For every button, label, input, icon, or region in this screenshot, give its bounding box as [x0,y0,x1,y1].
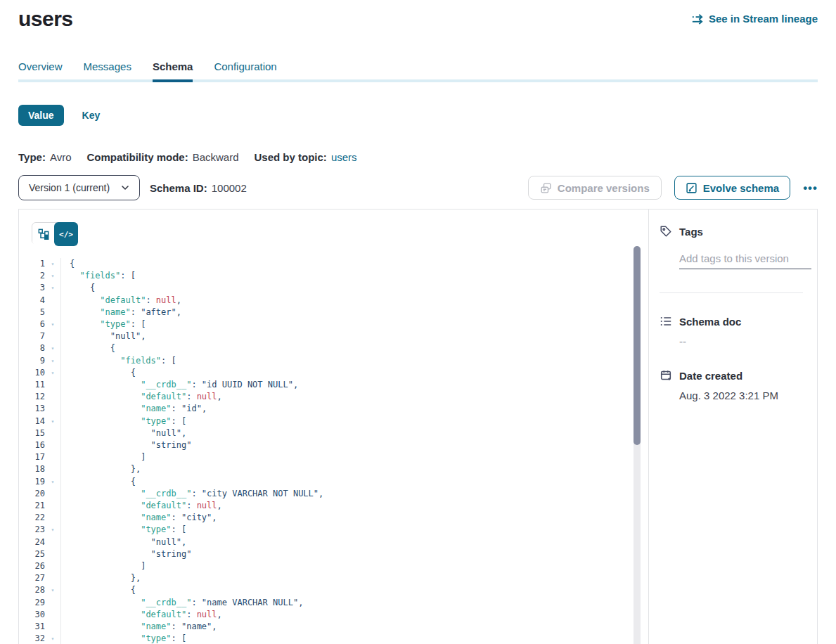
code-line-text: "name": "after", [60,307,648,318]
line-number: 21 [19,500,45,512]
code-line-text: { [60,476,648,488]
line-number: 8 [19,342,45,354]
code-line: 9▾ "fields": [ [19,355,648,367]
tags-section-header: Tags [660,225,803,238]
tab-configuration[interactable]: Configuration [214,60,276,82]
code-line: 2▾ "fields": [ [19,270,648,282]
code-line-text: "type": [ [60,416,648,427]
version-bar: Version 1 (current) Schema ID: 100002 [18,175,818,200]
fold-spacer [45,439,60,451]
code-line-text: "null", [60,427,648,439]
code-line-text: "type": [ [60,318,648,330]
code-line: 16 "string" [19,439,648,451]
fold-toggle-icon[interactable]: ▾ [45,270,60,282]
evolve-schema-button[interactable]: Evolve schema [674,176,790,200]
line-number: 19 [19,476,45,488]
fold-toggle-icon[interactable]: ▾ [45,633,60,644]
compare-versions-icon [540,182,552,194]
code-line: 15 "null", [19,427,648,439]
code-line-text: { [60,584,648,596]
date-created-header: Date created [660,369,803,382]
editor-scrollbar-track [634,246,641,644]
fold-toggle-icon[interactable]: ▾ [45,584,60,596]
value-key-toggle: Value Key [18,105,818,126]
fold-toggle-icon[interactable]: ▾ [45,355,60,367]
code-line: 20 "__crdb__": "city VARCHAR NOT NULL", [19,488,648,500]
fold-toggle-icon[interactable]: ▾ [45,524,60,536]
code-line: 7 "null", [19,330,648,342]
code-line: 25 "string" [19,548,648,560]
editor-scrollbar-thumb[interactable] [634,246,641,445]
tree-view-button[interactable] [32,223,55,245]
schema-panel: </> 1▾{2▾ "fields": [3▾ {4 "default": nu… [18,209,818,644]
code-line: 23▾ "type": [ [19,524,648,536]
code-line: 22 "name": "city", [19,512,648,524]
code-line: 4 "default": null, [19,295,648,307]
calendar-add-icon [660,369,672,382]
tag-icon [660,225,672,238]
fold-toggle-icon[interactable]: ▾ [45,342,60,354]
code-line: 1▾{ [19,258,648,270]
code-view-button[interactable]: </> [54,222,78,246]
tab-bar: Overview Messages Schema Configuration [18,60,818,82]
compare-versions-button[interactable]: Compare versions [528,176,662,200]
line-number: 29 [19,597,45,609]
chevron-down-icon [120,182,131,193]
date-created-value: Aug. 3 2022 3:21 PM [679,389,803,401]
line-number: 6 [19,318,45,330]
line-number: 2 [19,270,45,282]
code-line-text: ] [60,560,648,572]
code-editor[interactable]: 1▾{2▾ "fields": [3▾ {4 "default": null,5… [19,258,648,644]
line-number: 9 [19,355,45,367]
more-options-button[interactable]: ••• [803,179,818,197]
fold-toggle-icon[interactable]: ▾ [45,367,60,379]
code-line: 27 }, [19,572,648,584]
fold-spacer [45,307,60,318]
fold-toggle-icon[interactable]: ▾ [45,416,60,427]
add-tags-input[interactable] [679,252,811,269]
code-line-text: "__crdb__": "name VARCHAR NULL", [60,597,648,609]
schema-id: Schema ID: 100002 [150,182,247,194]
line-number: 13 [19,403,45,415]
stream-lineage-icon [690,13,704,25]
schema-meta-row: Type: Avro Compatibility mode: Backward … [18,151,818,163]
tab-overview[interactable]: Overview [18,60,63,82]
fold-toggle-icon[interactable]: ▾ [45,282,60,294]
schema-doc-header: Schema doc [660,315,803,328]
line-number: 11 [19,379,45,391]
fold-spacer [45,621,60,633]
line-number: 17 [19,451,45,463]
code-line-text: "__crdb__": "id UUID NOT NULL", [60,379,648,391]
code-line: 21 "default": null, [19,500,648,512]
fold-toggle-icon[interactable]: ▾ [45,476,60,488]
fold-spacer [45,427,60,439]
fold-spacer [45,295,60,307]
used-by-topic-label: Used by topic: [255,151,327,163]
page-title: users [18,7,73,31]
line-number: 26 [19,560,45,572]
line-number: 1 [19,258,45,270]
line-number: 27 [19,572,45,584]
line-number: 25 [19,548,45,560]
code-line-text: "default": null, [60,500,648,512]
code-line: 6▾ "type": [ [19,318,648,330]
fold-toggle-icon[interactable]: ▾ [45,318,60,330]
used-by-topic-link[interactable]: users [331,151,357,163]
version-select[interactable]: Version 1 (current) [18,175,140,200]
key-toggle-button[interactable]: Key [82,110,101,121]
value-toggle-button[interactable]: Value [18,105,64,126]
date-created-section: Date created Aug. 3 2022 3:21 PM [660,369,803,401]
compatibility-mode-label: Compatibility mode: [86,151,188,163]
code-line: 13 "name": "id", [19,403,648,415]
edit-icon [686,182,697,194]
code-line-text: "name": "id", [60,403,648,415]
fold-spacer [45,609,60,621]
compare-versions-label: Compare versions [558,182,650,194]
type-value: Avro [50,151,72,163]
fold-toggle-icon[interactable]: ▾ [45,258,60,270]
see-in-stream-lineage-label: See in Stream lineage [709,13,818,25]
tab-messages[interactable]: Messages [84,60,131,82]
see-in-stream-lineage-link[interactable]: See in Stream lineage [690,13,818,25]
code-line: 10▾ { [19,367,648,379]
tab-schema[interactable]: Schema [153,60,193,82]
